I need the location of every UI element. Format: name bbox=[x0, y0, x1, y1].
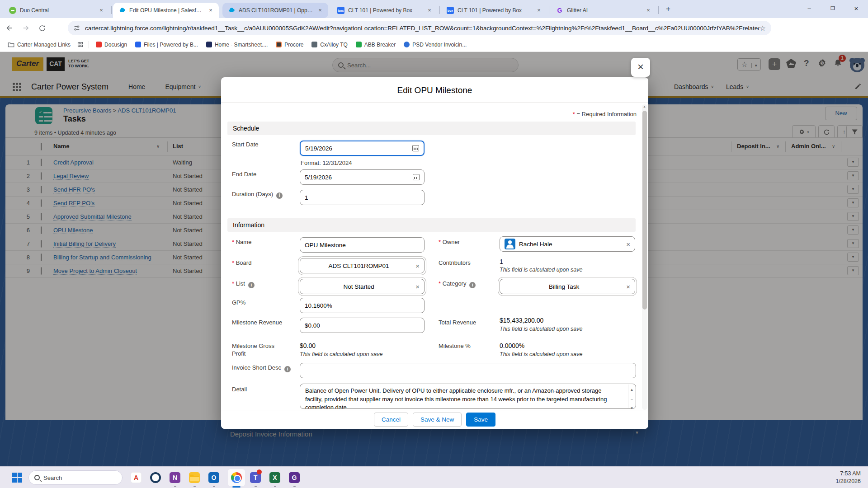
tab-close-icon[interactable]: × bbox=[316, 7, 324, 14]
start-date-input[interactable]: 5/19/2026 bbox=[300, 141, 425, 156]
remove-owner-icon[interactable]: × bbox=[626, 240, 630, 248]
end-date-input[interactable]: 5/19/2026 bbox=[300, 169, 425, 185]
textarea-scrollbar[interactable]: ▲–▼ bbox=[628, 385, 635, 408]
bookmark-docusign[interactable]: Docusign bbox=[93, 40, 130, 49]
invoice-short-desc-input[interactable] bbox=[300, 363, 636, 378]
list-pill[interactable]: Not Started × bbox=[300, 279, 425, 294]
bookmark-cxalloy[interactable]: CxAlloy TQ bbox=[308, 40, 350, 49]
minimize-button[interactable]: – bbox=[797, 0, 821, 16]
tab-close-icon[interactable]: × bbox=[645, 7, 652, 14]
info-icon[interactable]: i bbox=[284, 366, 291, 372]
bookmark-apps-grid-icon[interactable] bbox=[75, 40, 85, 49]
owner-label: * Owner bbox=[439, 235, 497, 246]
tab-close-icon[interactable]: × bbox=[207, 7, 214, 14]
milestone-pct-value: 0.0000% bbox=[500, 342, 524, 349]
bookmark-smartsheet[interactable]: Home - Smartsheet.... bbox=[203, 40, 271, 49]
remove-board-icon[interactable]: × bbox=[415, 262, 420, 270]
duration-input[interactable]: 1 bbox=[300, 190, 425, 205]
save-button[interactable]: Save bbox=[466, 413, 495, 427]
salesforce-cloud-icon bbox=[118, 7, 126, 14]
site-settings-icon[interactable] bbox=[73, 24, 80, 32]
milestone-revenue-input[interactable]: $0.00 bbox=[300, 318, 425, 333]
board-label: * Board bbox=[232, 255, 298, 267]
tab-close-icon[interactable]: × bbox=[535, 7, 542, 14]
abb-icon bbox=[356, 42, 362, 47]
save-and-new-button[interactable]: Save & New bbox=[413, 413, 462, 427]
taskbar-app-file-explorer[interactable] bbox=[188, 471, 201, 484]
taskbar-app-onenote[interactable]: N bbox=[168, 471, 182, 484]
info-icon[interactable]: i bbox=[276, 192, 283, 199]
browser-url-bar: cartercat.lightning.force.com/lightning/… bbox=[0, 18, 868, 38]
total-revenue-value: $15,433,200.00 bbox=[500, 317, 543, 324]
reload-icon[interactable] bbox=[35, 21, 49, 35]
bookmark-carter-managed-links[interactable]: Carter Managed Links bbox=[5, 40, 74, 49]
window-close-button[interactable]: × bbox=[844, 0, 868, 16]
deposit-section-header: Deposit Invoice Information ▼ bbox=[230, 430, 639, 438]
forward-icon[interactable] bbox=[19, 21, 33, 35]
search-icon bbox=[34, 475, 40, 480]
owner-pill[interactable]: Rachel Hale × bbox=[500, 236, 635, 252]
contributors-value: 1 bbox=[500, 258, 503, 265]
bookmark-files-box[interactable]: Files | Powered by B... bbox=[132, 40, 201, 49]
board-pill[interactable]: ADS CLT101ROMP01 × bbox=[300, 258, 425, 273]
tab-close-icon[interactable]: × bbox=[98, 7, 105, 14]
taskbar-clock[interactable]: 7:53 AM 1/28/2026 bbox=[835, 470, 861, 485]
tab-box-2[interactable]: box CLT 101 | Powered by Box × bbox=[441, 3, 547, 18]
maximize-button[interactable]: ❐ bbox=[821, 0, 844, 16]
browser-tab-bar: Duo Central × Edit OPU Milestone | Sales… bbox=[0, 0, 868, 18]
taskbar-search[interactable]: Search bbox=[28, 470, 123, 485]
start-date-label: Start Date bbox=[232, 137, 298, 149]
tab-close-icon[interactable]: × bbox=[426, 7, 433, 14]
modal-close-button[interactable]: × bbox=[631, 58, 650, 77]
box-icon bbox=[135, 42, 141, 47]
tab-ads-opportunity[interactable]: ADS CLT101ROMP01 | Opportu × bbox=[222, 3, 328, 18]
taskbar-app-teams[interactable]: T bbox=[249, 471, 262, 484]
teams-notification-badge bbox=[257, 469, 262, 474]
back-icon[interactable] bbox=[3, 21, 16, 35]
duration-label: Duration (Days)i bbox=[232, 187, 298, 199]
section-collapse-icon: ▼ bbox=[635, 430, 639, 438]
taskbar-app-ring[interactable] bbox=[149, 471, 162, 484]
start-button[interactable] bbox=[12, 473, 22, 483]
category-pill[interactable]: Billing Task × bbox=[500, 279, 635, 294]
duo-icon bbox=[9, 7, 16, 14]
section-information: Information bbox=[227, 218, 636, 232]
end-date-label: End Date bbox=[232, 167, 298, 178]
address-bar[interactable]: cartercat.lightning.force.com/lightning/… bbox=[68, 21, 771, 35]
tab-duo-central[interactable]: Duo Central × bbox=[4, 3, 109, 18]
smartsheet-icon bbox=[206, 42, 212, 47]
name-input[interactable]: OPU Milestone bbox=[300, 237, 425, 253]
new-tab-button[interactable]: + bbox=[663, 4, 674, 15]
taskbar-app-chrome[interactable] bbox=[230, 471, 243, 484]
windows-taskbar: Search A N O T X G 7:53 AM 1/28/2026 bbox=[0, 466, 868, 488]
bookmark-abb-breaker[interactable]: ABB Breaker bbox=[353, 40, 399, 49]
tab-box-1[interactable]: box CLT 101 | Powered by Box × bbox=[332, 3, 438, 18]
taskbar-app-avalara[interactable]: A bbox=[129, 471, 143, 484]
gp-input[interactable]: 10.1600% bbox=[300, 298, 425, 313]
scrollbar-thumb[interactable] bbox=[642, 111, 647, 310]
taskbar-app-outlook[interactable]: O bbox=[207, 471, 221, 484]
tab-edit-opu-milestone[interactable]: Edit OPU Milestone | Salesforce × bbox=[113, 3, 219, 18]
clock-date: 1/28/2026 bbox=[835, 478, 861, 485]
modal-scrollbar[interactable]: ▲ bbox=[642, 104, 647, 410]
remove-list-icon[interactable]: × bbox=[415, 283, 420, 291]
edit-opu-milestone-modal: Edit OPU Milestone * = Required Informat… bbox=[221, 77, 648, 429]
total-revenue-label: Total Revenue bbox=[439, 315, 497, 327]
calendar-icon[interactable] bbox=[413, 174, 420, 180]
taskbar-app-glitter[interactable]: G bbox=[288, 471, 301, 484]
remove-category-icon[interactable]: × bbox=[626, 283, 630, 291]
calendar-icon[interactable] bbox=[412, 145, 419, 151]
info-icon[interactable]: i bbox=[469, 282, 476, 288]
bookmark-star-icon[interactable]: ☆ bbox=[760, 24, 766, 33]
tab-glitter-ai[interactable]: G Glitter AI × bbox=[551, 3, 656, 18]
owner-avatar-icon bbox=[505, 239, 515, 249]
bookmark-psd-vendor[interactable]: PSD Vendor Invoicin... bbox=[401, 40, 470, 49]
procore-icon bbox=[276, 42, 282, 47]
milestone-revenue-label: Milestone Revenue bbox=[232, 315, 298, 327]
detail-textarea[interactable]: Balance of Open Power Unit. Delivery of … bbox=[300, 384, 636, 409]
taskbar-app-excel[interactable]: X bbox=[268, 471, 282, 484]
cancel-button[interactable]: Cancel bbox=[374, 413, 408, 427]
bookmark-procore[interactable]: Procore bbox=[273, 40, 307, 49]
box-icon: box bbox=[337, 7, 344, 14]
info-icon[interactable]: i bbox=[248, 282, 255, 288]
